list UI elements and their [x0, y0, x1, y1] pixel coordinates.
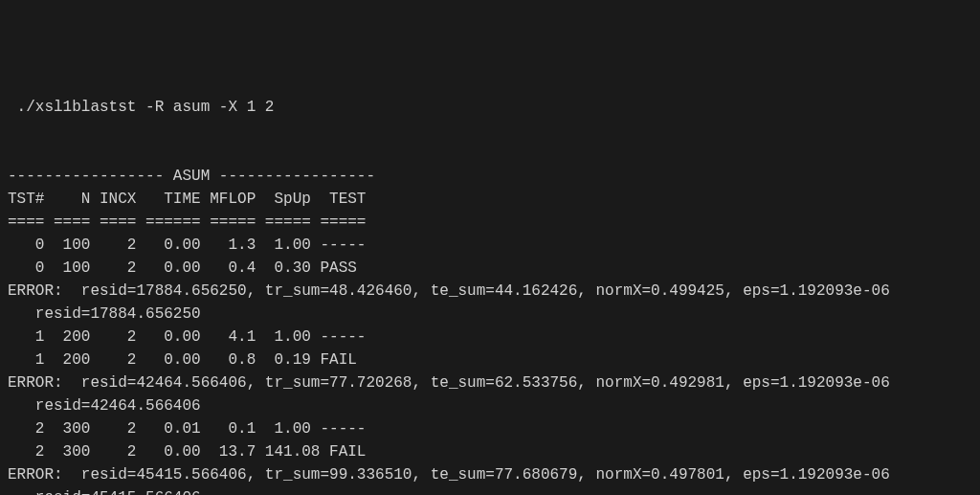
error-line: resid=17884.656250: [8, 305, 201, 323]
section-divider: ----------------- ASUM -----------------: [8, 168, 375, 185]
error-line: resid=42464.566406: [8, 397, 201, 415]
error-line: resid=45415.566406: [8, 489, 201, 495]
error-line: ERROR: resid=42464.566406, tr_sum=77.720…: [8, 374, 890, 392]
result-row: 0 100 2 0.00 0.4 0.30 PASS: [8, 259, 357, 277]
column-headers: TST# N INCX TIME MFLOP SpUp TEST: [8, 191, 366, 208]
header-underline: ==== ==== ==== ====== ===== ===== =====: [8, 214, 366, 231]
result-row: 2 300 2 0.00 13.7 141.08 FAIL: [8, 443, 366, 461]
terminal-output: ./xsl1blastst -R asum -X 1 2 -----------…: [8, 96, 972, 495]
result-row: 1 200 2 0.00 0.8 0.19 FAIL: [8, 351, 357, 369]
result-row: 0 100 2 0.00 1.3 1.00 -----: [8, 236, 366, 254]
result-row: 2 300 2 0.01 0.1 1.00 -----: [8, 420, 366, 438]
result-row: 1 200 2 0.00 4.1 1.00 -----: [8, 328, 366, 346]
error-line: ERROR: resid=45415.566406, tr_sum=99.336…: [8, 466, 890, 484]
command-line: ./xsl1blastst -R asum -X 1 2: [8, 99, 274, 116]
error-line: ERROR: resid=17884.656250, tr_sum=48.426…: [8, 282, 890, 300]
